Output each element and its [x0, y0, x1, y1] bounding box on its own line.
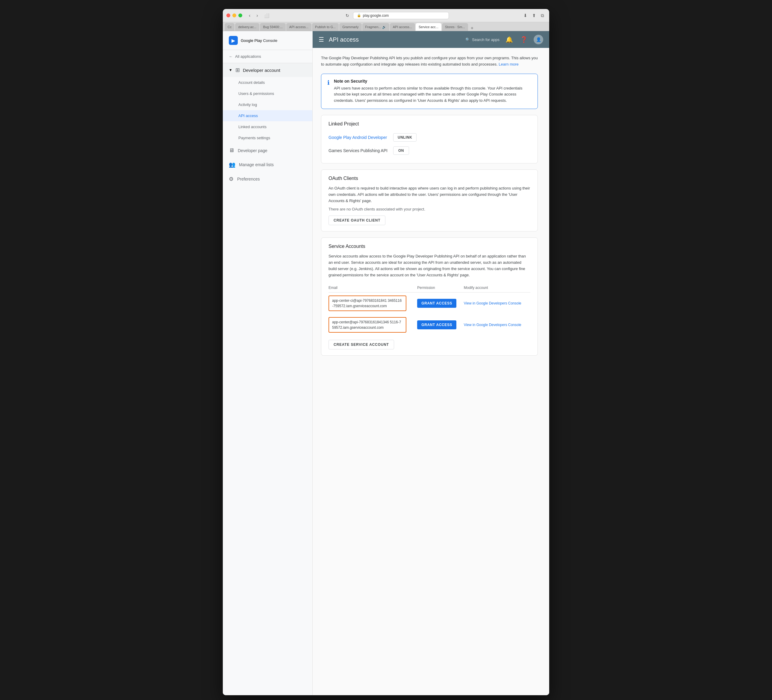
col-modify: Modify account	[464, 283, 530, 293]
developer-account-title: Developer account	[243, 68, 280, 73]
service-accounts-desc: Service accounts allow access to the Goo…	[329, 253, 530, 278]
help-button[interactable]: ❓	[519, 35, 529, 44]
oauth-clients-section: OAuth Clients An OAuth client is require…	[321, 170, 538, 231]
view-link-cell-1: View in Google Developers Console	[464, 292, 530, 314]
developer-account-icon: ⊞	[236, 67, 240, 74]
back-button[interactable]: ‹	[247, 12, 252, 19]
unlink-button[interactable]: UNLINK	[393, 133, 417, 142]
service-accounts-heading: Service Accounts	[329, 244, 530, 249]
developer-account-section[interactable]: ▼ ⊞ Developer account	[223, 63, 312, 77]
chevron-down-icon: ▼	[229, 68, 232, 72]
sidebar-item-preferences[interactable]: ⚙ Preferences	[223, 172, 312, 186]
back-label: All applications	[235, 54, 261, 59]
share-icon[interactable]: ⬆	[531, 12, 538, 19]
oauth-no-clients: There are no OAuth clients associated wi…	[329, 207, 530, 211]
reload-button[interactable]: ↻	[344, 13, 351, 18]
create-service-account-wrap: CREATE SERVICE ACCOUNT	[329, 340, 530, 349]
browser-tab-bug[interactable]: Bug 59400:...	[260, 23, 285, 31]
project-row-android: Google Play Android Developer UNLINK	[329, 131, 530, 144]
intro-paragraph: The Google Play Developer Publishing API…	[321, 55, 538, 68]
browser-tab-api1[interactable]: API access...	[286, 23, 311, 31]
close-button[interactable]	[226, 13, 230, 17]
grant-access-cell-1: GRANT ACCESS	[417, 292, 464, 314]
table-row: app-center-ci@api-797683161841 3465116-7…	[329, 292, 530, 314]
sidebar-logo: ▶ Google Play Console	[223, 31, 312, 50]
service-accounts-table: Email Permission Modify account app-cent…	[329, 283, 530, 335]
learn-more-link[interactable]: Learn more	[499, 62, 518, 67]
browser-tab-stores[interactable]: Stores · Sm...	[442, 23, 468, 31]
manage-email-icon: 👥	[229, 161, 236, 168]
col-permission: Permission	[417, 283, 464, 293]
info-icon: ℹ	[327, 79, 330, 104]
notifications-button[interactable]: 🔔	[504, 35, 514, 44]
browser-tab-service[interactable]: Service acc...	[415, 23, 442, 31]
games-services-label: Games Services Publishing API	[329, 148, 388, 153]
minimize-button[interactable]	[232, 13, 236, 17]
sidebar-item-users-permissions[interactable]: Users & permissions	[223, 88, 312, 99]
download-icon[interactable]: ⬇	[522, 12, 529, 19]
table-row: app-center@api-797683161841346 5116-7595…	[329, 314, 530, 335]
google-play-android-developer-link[interactable]: Google Play Android Developer	[329, 135, 388, 140]
app-layout: ▶ Google Play Console ← All applications…	[223, 31, 549, 695]
browser-tab-cc[interactable]: Cc	[225, 23, 234, 31]
games-toggle-button[interactable]: ON	[393, 146, 409, 155]
developer-page-icon: 🖥	[229, 147, 234, 154]
email-cell-2: app-center@api-797683161841346 5116-7595…	[329, 314, 417, 335]
search-placeholder: Search for apps	[472, 38, 499, 42]
browser-tab-publish[interactable]: Publish to G...	[312, 23, 339, 31]
sidebar-item-account-details[interactable]: Account details	[223, 77, 312, 88]
service-accounts-section: Service Accounts Service accounts allow …	[321, 238, 538, 355]
browser-tabs: Cc delivery.ac... Bug 59400:... API acce…	[223, 22, 549, 31]
sidebar-item-api-access[interactable]: API access	[223, 110, 312, 121]
preferences-icon: ⚙	[229, 176, 234, 182]
browser-tab-api2[interactable]: API access...	[390, 23, 415, 31]
grant-access-button-2[interactable]: GRANT ACCESS	[417, 321, 456, 329]
address-bar-wrap: ↻ 🔒 play.google.com	[273, 12, 520, 19]
oauth-heading: OAuth Clients	[329, 176, 530, 181]
back-to-all-apps[interactable]: ← All applications	[223, 50, 312, 63]
browser-tab-delivery[interactable]: delivery.ac...	[235, 23, 259, 31]
lock-icon: 🔒	[357, 13, 361, 17]
games-services-row: Games Services Publishing API ON	[329, 144, 530, 157]
linked-project-card: Linked Project Google Play Android Devel…	[321, 115, 538, 164]
security-note-title: Note on Security	[334, 79, 532, 83]
address-bar[interactable]: 🔒 play.google.com	[353, 12, 449, 19]
split-view-icon[interactable]: ⧉	[539, 12, 546, 19]
email-cell-1: app-center-ci@api-797683161841 3465116-7…	[329, 292, 417, 314]
browser-tab-fragment[interactable]: Fragmen... 🔊	[362, 23, 389, 31]
sidebar-item-payments-settings[interactable]: Payments settings	[223, 132, 312, 144]
sidebar: ▶ Google Play Console ← All applications…	[223, 31, 312, 695]
create-service-account-button[interactable]: CREATE SERVICE ACCOUNT	[329, 340, 394, 349]
grant-access-button-1[interactable]: GRANT ACCESS	[417, 299, 456, 308]
hamburger-icon[interactable]: ☰	[319, 36, 324, 43]
preferences-label: Preferences	[237, 177, 260, 182]
search-bar[interactable]: 🔍 Search for apps	[465, 38, 499, 42]
logo-text: Google Play Console	[241, 38, 277, 43]
view-link-cell-2: View in Google Developers Console	[464, 314, 530, 335]
sidebar-item-linked-accounts[interactable]: Linked accounts	[223, 121, 312, 132]
forward-button[interactable]: ›	[255, 12, 260, 19]
browser-tab-grammarly[interactable]: Grammarly	[339, 23, 361, 31]
app-header: ☰ API access 🔍 Search for apps 🔔 ❓ 👤	[312, 31, 549, 48]
new-tab-button[interactable]: +	[469, 25, 475, 31]
table-header-row: Email Permission Modify account	[329, 283, 530, 293]
sidebar-item-activity-log[interactable]: Activity log	[223, 99, 312, 110]
view-in-console-link-2[interactable]: View in Google Developers Console	[464, 323, 521, 327]
security-note-content: Note on Security API users have access t…	[334, 79, 532, 104]
create-oauth-client-button[interactable]: CREATE OAUTH CLIENT	[329, 216, 385, 225]
view-in-console-link-1[interactable]: View in Google Developers Console	[464, 301, 521, 306]
service-accounts-card: Service Accounts Service accounts allow …	[321, 237, 538, 355]
security-note-body: API users have access to perform actions…	[334, 85, 532, 104]
user-avatar[interactable]: 👤	[534, 35, 543, 44]
linked-project-section: Linked Project Google Play Android Devel…	[321, 115, 538, 163]
sidebar-item-manage-email[interactable]: 👥 Manage email lists	[223, 157, 312, 172]
tab-overview-button[interactable]: ⬜	[262, 13, 271, 18]
sidebar-item-developer-page[interactable]: 🖥 Developer page	[223, 144, 312, 157]
fullscreen-button[interactable]	[238, 13, 242, 17]
address-text: play.google.com	[363, 13, 389, 18]
oauth-desc1: An OAuth client is required to build int…	[329, 185, 530, 204]
col-email: Email	[329, 283, 417, 293]
page-title: API access	[329, 36, 461, 43]
grant-access-cell-2: GRANT ACCESS	[417, 314, 464, 335]
manage-email-label: Manage email lists	[239, 162, 274, 167]
